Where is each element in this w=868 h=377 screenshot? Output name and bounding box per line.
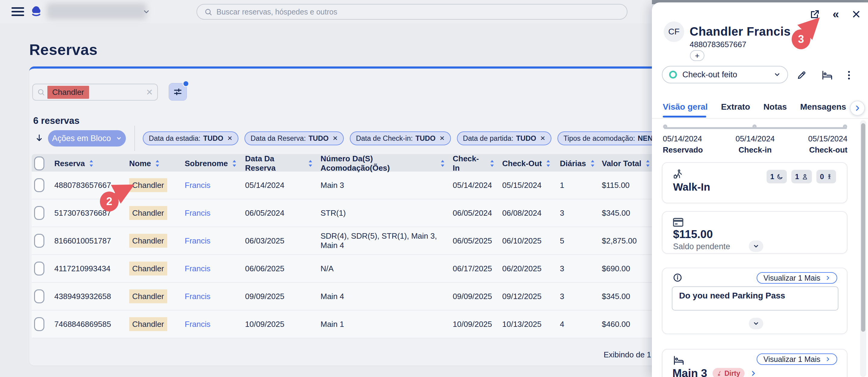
broom-icon [717, 371, 722, 376]
sort-icon[interactable] [590, 160, 595, 167]
view-more-notes-button[interactable]: Visualizar 1 Mais [756, 272, 837, 284]
remove-filter-icon[interactable]: ✕ [333, 135, 338, 142]
col-checkin[interactable]: Check-In [453, 154, 502, 173]
tabs-scroll-next-button[interactable] [850, 100, 865, 116]
search-icon [37, 88, 45, 96]
view-more-rooms-button[interactable]: Visualizar 1 Mais [756, 353, 837, 365]
col-sobrenome[interactable]: Sobrenome [185, 159, 245, 168]
reservations-search-input[interactable]: Chandler ✕ [32, 84, 158, 100]
col-checkout[interactable]: Check-Out [502, 159, 560, 168]
collapse-panel-icon[interactable]: « [833, 10, 839, 19]
matched-name: Chandler [129, 289, 167, 303]
search-term-highlight: Chandler [48, 86, 89, 99]
matched-name: Chandler [129, 234, 167, 248]
status-select[interactable]: Check-out feito [662, 66, 788, 83]
guest-link[interactable]: Francis [185, 292, 210, 301]
guests-badge: 1 [791, 170, 812, 183]
sort-icon[interactable] [546, 160, 551, 167]
tab-mensagens[interactable]: Mensagens [800, 102, 846, 112]
open-in-new-icon[interactable] [810, 9, 820, 19]
guest-link[interactable]: Francis [185, 236, 210, 245]
property-name-blurred[interactable] [47, 3, 146, 19]
remove-filter-icon[interactable]: ✕ [540, 135, 546, 142]
nights-badge: 1 [767, 170, 787, 183]
col-acomodacoes[interactable]: Número Da(S) Acomodação(Ões) [320, 154, 453, 173]
bulk-actions-button[interactable]: Ações em Bloco [48, 130, 126, 146]
col-diarias[interactable]: Diárias [560, 159, 602, 168]
row-checkbox[interactable] [34, 178, 44, 192]
col-nome[interactable]: Nome [129, 159, 185, 168]
col-data-reserva[interactable]: Data Da Reserva [245, 154, 320, 173]
guest-name: Chandler Francis [690, 25, 791, 38]
col-reserva[interactable]: Reserva [54, 159, 129, 168]
app-logo-icon[interactable] [30, 5, 43, 18]
row-checkbox[interactable] [34, 234, 44, 248]
filter-chip-reserva[interactable]: Data da Reserva:TUDO✕ [245, 132, 344, 145]
credit-card-icon [673, 218, 683, 227]
chevron-right-icon[interactable] [750, 370, 756, 377]
bed-icon[interactable] [822, 70, 833, 80]
sort-icon[interactable] [308, 160, 313, 167]
filter-chip-partida[interactable]: Data de partida:TUDO✕ [457, 132, 551, 145]
expand-notes-button[interactable] [749, 318, 763, 329]
filters-active-dot [183, 80, 189, 87]
room-name: Main 3 [673, 367, 707, 377]
note-box[interactable]: Do you need Parking Pass [672, 286, 838, 311]
guest-link[interactable]: Francis [185, 320, 210, 329]
table-row[interactable]: 4117210993434 Chandler Francis 06/06/202… [32, 255, 677, 283]
add-tag-button[interactable]: + [690, 50, 705, 61]
table-row[interactable]: 4880783657667 Chandler Francis 05/14/202… [32, 172, 677, 199]
sort-icon[interactable] [440, 160, 445, 167]
page-title: Reservas [29, 41, 97, 59]
clear-search-icon[interactable]: ✕ [146, 87, 153, 97]
balance-card[interactable]: $115.00 Saldo pendente [662, 211, 847, 254]
remove-filter-icon[interactable]: ✕ [439, 135, 445, 142]
edit-pencil-icon[interactable] [797, 70, 806, 80]
chevron-down-icon [774, 71, 781, 78]
row-checkbox[interactable] [34, 206, 44, 220]
reservation-detail-panel: « CF Chandler Francis 4880783657667 + Ch… [652, 2, 868, 377]
close-panel-icon[interactable] [852, 10, 861, 19]
kebab-menu-icon[interactable] [848, 69, 850, 81]
room-card[interactable]: Visualizar 1 Mais Main 3 Dirty [662, 349, 847, 377]
remove-filter-icon[interactable]: ✕ [227, 135, 233, 142]
chevron-down-icon [753, 320, 760, 327]
guest-link[interactable]: Francis [185, 264, 210, 273]
table-row[interactable]: 5173076376687 Chandler Francis 06/05/202… [32, 199, 677, 227]
table-row[interactable]: 8166010051787 Chandler Francis 06/03/202… [32, 227, 677, 255]
balance-amount: $115.00 [673, 228, 713, 241]
sort-icon[interactable] [232, 160, 237, 167]
guest-link[interactable]: Francis [185, 181, 210, 190]
notes-card[interactable]: Visualizar 1 Mais Do you need Parking Pa… [662, 268, 847, 334]
panel-scrollbar-thumb[interactable] [861, 123, 865, 332]
row-checkbox[interactable] [34, 289, 44, 303]
info-icon [673, 273, 682, 282]
guest-link[interactable]: Francis [185, 208, 210, 218]
expand-balance-button[interactable] [749, 240, 763, 252]
tab-notas[interactable]: Notas [763, 102, 787, 112]
row-checkbox[interactable] [34, 262, 44, 276]
filter-chip-estadia[interactable]: Data da estadia:TUDO✕ [143, 132, 239, 145]
actions-row: Ações em Bloco Data da estadia:TUDO✕ Dat… [35, 130, 756, 147]
chevron-down-icon[interactable] [143, 8, 150, 16]
table-row[interactable]: 7468846869585 Chandler Francis 10/09/202… [32, 311, 677, 338]
global-search[interactable] [196, 4, 627, 20]
sort-icon[interactable] [490, 160, 494, 167]
tab-visao-geral[interactable]: Visão geral [663, 102, 708, 112]
chevron-down-icon [753, 243, 760, 250]
sort-icon[interactable] [89, 160, 94, 167]
filter-chip-checkin[interactable]: Data de Check-in:TUDO✕ [350, 132, 451, 145]
row-checkbox[interactable] [34, 317, 44, 331]
sort-icon[interactable] [646, 160, 650, 167]
table-row[interactable]: 4389493932658 Chandler Francis 09/09/202… [32, 283, 677, 311]
booking-source-title: Walk-In [673, 181, 710, 193]
global-search-input[interactable] [216, 7, 620, 16]
download-arrow-icon[interactable] [35, 132, 44, 145]
booking-source-card[interactable]: 1 1 0 Walk-In [662, 162, 847, 203]
timeline-dot-checkin [752, 124, 756, 129]
tab-extrato[interactable]: Extrato [721, 102, 750, 112]
sort-icon[interactable] [155, 160, 160, 167]
select-all-checkbox[interactable] [34, 156, 44, 170]
bed-icon [673, 355, 684, 365]
hamburger-menu-icon[interactable] [11, 7, 24, 16]
